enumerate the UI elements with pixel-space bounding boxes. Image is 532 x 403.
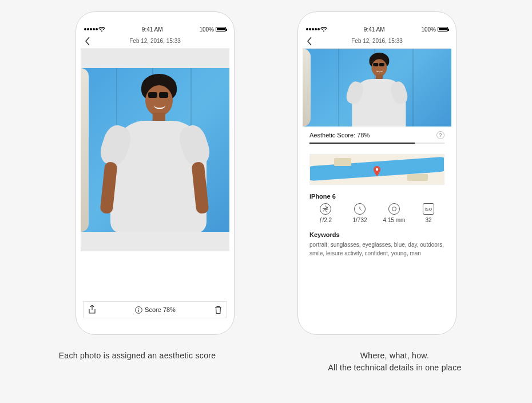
status-bar: 9:41 AM 100% — [303, 25, 451, 34]
exif-iso: ISO 32 — [414, 203, 443, 223]
captions-row: Each photo is assigned an aesthetic scor… — [0, 350, 532, 374]
battery-indicator: 100% — [199, 26, 226, 33]
caption-right: Where, what, how. All the technical deta… — [286, 350, 503, 374]
nav-title: Feb 12, 2016, 15:33 — [81, 38, 229, 44]
iso-icon: ISO — [423, 203, 434, 215]
exif-row: ƒ/2.2 1/732 4.15 mm ISO 32 — [303, 201, 451, 228]
exif-aperture: ƒ/2.2 — [311, 203, 340, 223]
photo-container — [81, 49, 229, 251]
map-preview[interactable] — [309, 154, 444, 185]
score-display[interactable]: Score 78% — [135, 306, 176, 314]
share-button[interactable] — [88, 305, 96, 314]
exif-focal: 4.15 mm — [379, 203, 409, 223]
signal-dots-icon — [306, 27, 327, 32]
svg-point-1 — [138, 308, 140, 309]
back-button[interactable] — [306, 36, 313, 46]
score-section: Aesthetic Score: 78% ? — [303, 127, 451, 148]
battery-text: 100% — [199, 26, 214, 33]
focal-icon — [388, 203, 400, 215]
nav-bar: Feb 12, 2016, 15:33 — [303, 34, 451, 49]
phone-left: 9:41 AM 100% Feb 12, 2016, 15:33 — [76, 11, 235, 335]
back-button[interactable] — [84, 36, 91, 46]
caption-right-line2: All the technical details in one place — [286, 362, 503, 374]
nav-bar: Feb 12, 2016, 15:33 — [81, 34, 229, 49]
status-bar: 9:41 AM 100% — [81, 25, 229, 34]
wifi-icon — [320, 27, 327, 32]
caption-right-line1: Where, what, how. — [286, 350, 503, 362]
map-pin-icon — [373, 166, 381, 177]
delete-button[interactable] — [215, 306, 222, 314]
keywords-title: Keywords — [303, 228, 451, 240]
battery-indicator: 100% — [421, 26, 448, 33]
svg-rect-2 — [138, 309, 139, 311]
status-time: 9:41 AM — [364, 26, 385, 33]
battery-text: 100% — [421, 26, 436, 33]
exif-focal-value: 4.15 mm — [383, 217, 406, 223]
aperture-icon — [320, 203, 331, 215]
phone-right: 9:41 AM 100% Feb 12, 2016, 15:33 — [297, 11, 456, 335]
exif-shutter-value: 1/732 — [352, 217, 367, 223]
bottom-toolbar: Score 78% — [83, 301, 227, 318]
screen-left: 9:41 AM 100% Feb 12, 2016, 15:33 — [81, 25, 229, 322]
trash-icon — [215, 306, 222, 314]
info-icon — [135, 306, 142, 314]
keywords-body: portrait, sunglasses, eyeglasses, blue, … — [303, 240, 451, 263]
wifi-icon — [98, 27, 105, 32]
exif-iso-value: 32 — [425, 217, 431, 223]
share-icon — [88, 305, 96, 314]
exif-aperture-value: ƒ/2.2 — [319, 217, 332, 223]
battery-icon — [216, 27, 226, 31]
chevron-left-icon — [306, 36, 313, 46]
status-time: 9:41 AM — [142, 26, 163, 33]
score-label: Score 78% — [145, 306, 176, 313]
caption-left: Each photo is assigned an aesthetic scor… — [29, 350, 246, 374]
chevron-left-icon — [84, 36, 91, 46]
score-progress — [309, 143, 444, 144]
battery-icon — [438, 27, 448, 31]
exif-shutter: 1/732 — [345, 203, 375, 223]
screen-right: 9:41 AM 100% Feb 12, 2016, 15:33 — [303, 25, 451, 322]
signal-dots-icon — [84, 27, 105, 32]
photo[interactable] — [81, 68, 229, 232]
shutter-icon — [354, 203, 366, 215]
aesthetic-score-label: Aesthetic Score: 78% — [309, 132, 370, 139]
device-name: iPhone 6 — [303, 191, 451, 201]
svg-point-3 — [376, 168, 378, 171]
nav-title: Feb 12, 2016, 15:33 — [303, 38, 451, 44]
help-button[interactable]: ? — [436, 131, 444, 139]
photo-small[interactable] — [303, 49, 451, 127]
